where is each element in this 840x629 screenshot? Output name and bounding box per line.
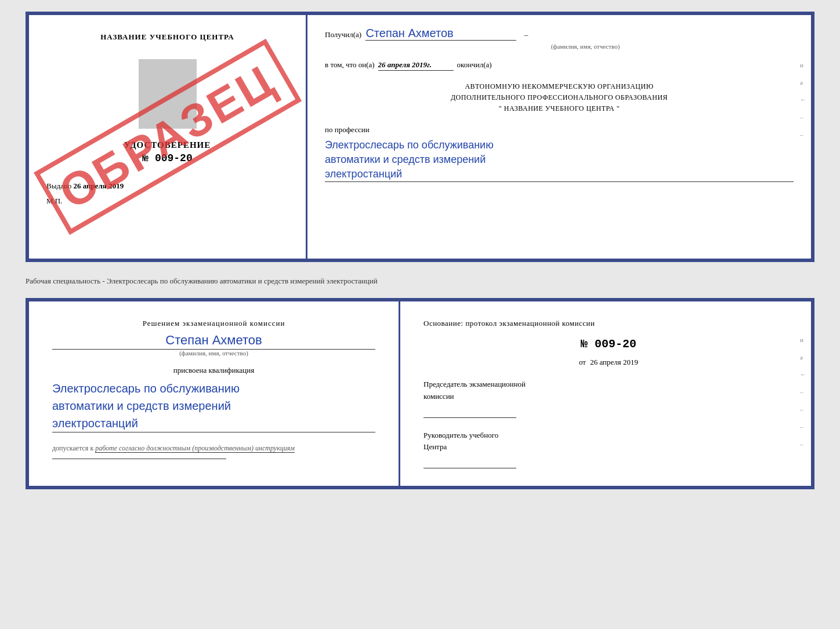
po-professii: по профессии <box>325 125 794 134</box>
separator-text: Рабочая специальность - Электрослесарь п… <box>26 271 814 289</box>
mp-line: М.П. <box>46 197 62 206</box>
chairman-signature <box>423 405 516 418</box>
fio-label-bottom: (фамилия, имя, отчество) <box>52 350 375 357</box>
basis-line: Основание: протокол экзаменационной коми… <box>423 319 794 328</box>
doc-left-top: НАЗВАНИЕ УЧЕБНОГО ЦЕНТРА УДОСТОВЕРЕНИЕ №… <box>29 15 307 259</box>
cert-number: № 009-20 <box>142 152 192 164</box>
person-name-bottom: Степан Ахметов <box>52 333 375 350</box>
head-signature <box>423 456 516 468</box>
signature-line-bottom-left <box>52 459 226 459</box>
document-bottom: Решением экзаменационной комиссии Степан… <box>26 298 814 489</box>
school-name-top: НАЗВАНИЕ УЧЕБНОГО ЦЕНТРА <box>100 32 234 42</box>
doc-bottom-left: Решением экзаменационной комиссии Степан… <box>29 301 400 486</box>
admitted-text: работе согласно должностным (производств… <box>95 444 295 453</box>
vtom-date: 26 апреля 2019г. <box>378 60 454 71</box>
profession-lines: Электрослесарь по обслуживанию автоматик… <box>325 138 794 183</box>
qual-text: Электрослесарь по обслуживанию автоматик… <box>52 380 375 432</box>
assigned-qual: присвоена квалификация <box>52 366 375 375</box>
decision-title: Решением экзаменационной комиссии <box>52 319 375 328</box>
protocol-number: № 009-20 <box>423 337 794 351</box>
received-name: Степан Ахметов <box>365 27 516 41</box>
right-edge-top: и а ← – – <box>800 61 806 138</box>
vtom-line: в том, что он(а) 26 апреля 2019г. окончи… <box>325 60 794 71</box>
fio-sublabel-top: (фамилия, имя, отчество) <box>377 43 794 50</box>
from-date: от 26 апреля 2019 <box>423 358 794 367</box>
issued-line: Выдано 26 апреля 2019 <box>46 181 124 191</box>
org-block: АВТОНОМНУЮ НЕКОММЕРЧЕСКУЮ ОРГАНИЗАЦИЮ ДО… <box>325 81 794 115</box>
doc-right-top: Получил(а) Степан Ахметов – (фамилия, им… <box>307 15 811 259</box>
chairman-block: Председатель экзаменационной комиссии <box>423 379 794 417</box>
photo-placeholder <box>139 59 197 129</box>
received-line: Получил(а) Степан Ахметов – <box>325 27 794 41</box>
admitted-line: допускается к работе согласно должностны… <box>52 444 375 453</box>
right-edge-bottom: и а ← – – – – <box>800 336 806 448</box>
cert-title: УДОСТОВЕРЕНИЕ <box>124 140 211 150</box>
doc-bottom-right: Основание: протокол экзаменационной коми… <box>400 301 811 486</box>
head-block: Руководитель учебного Центра <box>423 430 794 468</box>
document-top: НАЗВАНИЕ УЧЕБНОГО ЦЕНТРА УДОСТОВЕРЕНИЕ №… <box>26 12 814 262</box>
